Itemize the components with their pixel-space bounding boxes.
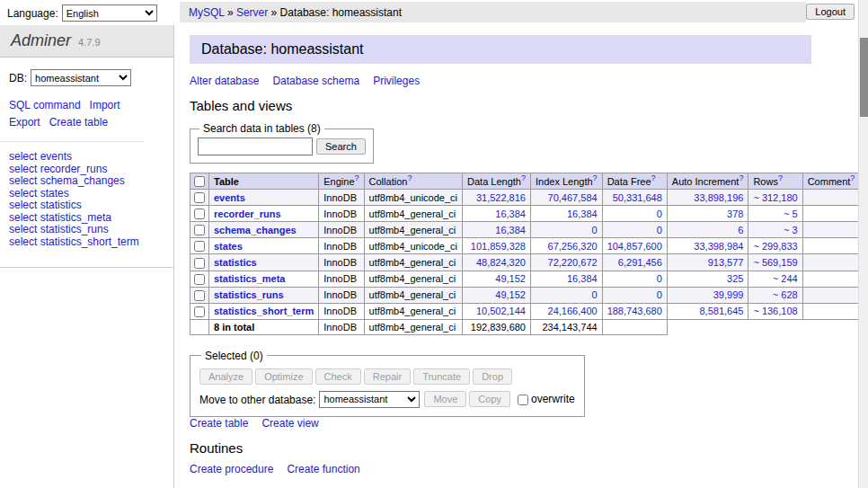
drop-button[interactable]: Drop xyxy=(473,368,512,385)
help-link-comment[interactable]: ? xyxy=(850,173,855,182)
auto-increment-link[interactable]: 33,398,984 xyxy=(694,241,743,252)
breadcrumb-link-server[interactable]: Server xyxy=(236,6,268,19)
table-name-link[interactable]: statistics_runs xyxy=(214,289,284,300)
rows-link[interactable]: ~ 299,833 xyxy=(753,241,797,252)
breadcrumb-link-mysql[interactable]: MySQL xyxy=(189,6,225,19)
data-free-link[interactable]: 104,857,600 xyxy=(607,241,662,252)
sidebar-link-select-events[interactable]: select events xyxy=(9,150,72,163)
scrollbar-thumb[interactable] xyxy=(860,38,868,117)
data-free-link[interactable]: 0 xyxy=(657,289,662,300)
sidebar-link-select-statistics-runs[interactable]: select statistics_runs xyxy=(9,223,109,235)
auto-increment-link[interactable]: 8,581,645 xyxy=(699,306,743,316)
action-link-database-schema[interactable]: Database schema xyxy=(272,75,359,87)
auto-increment-link[interactable]: 913,577 xyxy=(708,257,744,268)
check-button[interactable]: Check xyxy=(315,368,361,385)
row-checkbox[interactable] xyxy=(194,306,205,317)
data-free-link[interactable]: 50,331,648 xyxy=(613,192,662,203)
data-length-link[interactable]: 16,384 xyxy=(495,225,526,235)
rows-link[interactable]: ~ 628 xyxy=(773,289,798,300)
select-all-checkbox[interactable] xyxy=(194,176,205,187)
rows-link[interactable]: ~ 244 xyxy=(773,273,798,284)
link-create-procedure[interactable]: Create procedure xyxy=(190,463,273,475)
index-length-link[interactable]: 24,166,400 xyxy=(548,306,598,316)
link-create-view[interactable]: Create view xyxy=(261,417,318,430)
row-checkbox[interactable] xyxy=(194,290,205,301)
rows-link[interactable]: ~ 136,108 xyxy=(753,306,797,316)
sidebar-link-select-recorder-runs[interactable]: select recorder_runs xyxy=(9,163,107,175)
table-name-link[interactable]: schema_changes xyxy=(214,225,297,235)
table-name-link[interactable]: states xyxy=(214,241,243,252)
data-free-link[interactable]: 6,291,456 xyxy=(618,257,662,268)
data-length-link[interactable]: 101,859,328 xyxy=(471,241,526,252)
data-free-link[interactable]: 188,743,680 xyxy=(607,306,662,316)
help-link-rows[interactable]: ? xyxy=(778,173,783,182)
logout-button[interactable]: Logout xyxy=(806,4,855,20)
data-free-link[interactable]: 0 xyxy=(657,225,662,235)
help-link-engine[interactable]: ? xyxy=(355,173,359,182)
table-name-link[interactable]: statistics_meta xyxy=(214,273,286,284)
data-length-link[interactable]: 10,502,144 xyxy=(476,306,526,316)
auto-increment-link[interactable]: 6 xyxy=(738,225,743,235)
sidebar-link-select-schema-changes[interactable]: select schema_changes xyxy=(9,174,125,187)
link-create-function[interactable]: Create function xyxy=(287,463,359,475)
auto-increment-link[interactable]: 39,999 xyxy=(713,289,744,300)
sidebar-link-import[interactable]: Import xyxy=(90,97,120,114)
data-length-link[interactable]: 49,152 xyxy=(495,273,526,284)
analyze-button[interactable]: Analyze xyxy=(199,368,252,385)
app-name[interactable]: Adminer xyxy=(11,31,71,49)
overwrite-checkbox[interactable] xyxy=(518,395,528,405)
data-length-link[interactable]: 48,824,320 xyxy=(476,257,526,268)
table-name-link[interactable]: recorder_runs xyxy=(214,209,281,219)
row-checkbox[interactable] xyxy=(194,241,205,252)
help-link-index-length[interactable]: ? xyxy=(593,173,598,182)
table-name-link[interactable]: events xyxy=(214,192,245,203)
row-checkbox[interactable] xyxy=(194,192,205,203)
index-length-link[interactable]: 70,467,584 xyxy=(548,192,598,203)
sidebar-link-select-statistics-meta[interactable]: select statistics_meta xyxy=(9,211,111,224)
index-length-link[interactable]: 0 xyxy=(592,225,598,235)
search-button[interactable]: Search xyxy=(316,138,366,155)
auto-increment-link[interactable]: 33,898,196 xyxy=(694,192,743,203)
rows-link[interactable]: ~ 3 xyxy=(784,225,798,235)
move-database-select[interactable]: homeassistant xyxy=(319,391,420,408)
data-length-link[interactable]: 49,152 xyxy=(495,289,526,300)
data-length-link[interactable]: 31,522,816 xyxy=(476,192,526,203)
table-name-link[interactable]: statistics xyxy=(214,257,257,268)
index-length-link[interactable]: 72,220,672 xyxy=(548,257,598,268)
row-checkbox[interactable] xyxy=(194,258,205,269)
action-link-alter-database[interactable]: Alter database xyxy=(190,75,259,87)
db-select[interactable]: homeassistant xyxy=(31,69,131,86)
auto-increment-link[interactable]: 378 xyxy=(727,209,743,219)
row-checkbox[interactable] xyxy=(194,274,205,285)
rows-link[interactable]: ~ 5 xyxy=(784,209,798,219)
row-checkbox[interactable] xyxy=(194,225,205,235)
link-create-table[interactable]: Create table xyxy=(190,417,248,430)
sidebar-link-sql-command[interactable]: SQL command xyxy=(9,97,81,114)
sidebar-link-create-table[interactable]: Create table xyxy=(49,114,108,131)
index-length-link[interactable]: 67,256,320 xyxy=(548,241,598,252)
index-length-link[interactable]: 16,384 xyxy=(567,209,598,219)
sidebar-link-export[interactable]: Export xyxy=(9,114,40,131)
data-length-link[interactable]: 16,384 xyxy=(495,209,526,219)
index-length-link[interactable]: 16,384 xyxy=(567,273,598,284)
auto-increment-link[interactable]: 325 xyxy=(727,273,743,284)
move-button[interactable]: Move xyxy=(424,391,466,407)
help-link-auto-increment[interactable]: ? xyxy=(739,173,743,182)
scrollbar[interactable] xyxy=(858,0,868,488)
row-checkbox[interactable] xyxy=(194,209,205,219)
data-free-link[interactable]: 0 xyxy=(657,209,662,219)
sidebar-link-select-statistics-short-term[interactable]: select statistics_short_term xyxy=(9,235,139,248)
help-link-data-free[interactable]: ? xyxy=(651,173,656,182)
index-length-link[interactable]: 0 xyxy=(592,289,598,300)
sidebar-link-select-states[interactable]: select states xyxy=(9,187,69,200)
repair-button[interactable]: Repair xyxy=(364,368,411,385)
action-link-privileges[interactable]: Privileges xyxy=(373,75,420,87)
help-link-data-length[interactable]: ? xyxy=(521,173,526,182)
sidebar-link-select-statistics[interactable]: select statistics xyxy=(9,199,82,211)
help-link-collation[interactable]: ? xyxy=(407,173,412,182)
optimize-button[interactable]: Optimize xyxy=(255,368,312,385)
table-name-link[interactable]: statistics_short_term xyxy=(214,306,314,316)
rows-link[interactable]: ~ 312,180 xyxy=(753,192,797,203)
data-free-link[interactable]: 0 xyxy=(657,273,662,284)
search-input[interactable] xyxy=(198,138,313,155)
